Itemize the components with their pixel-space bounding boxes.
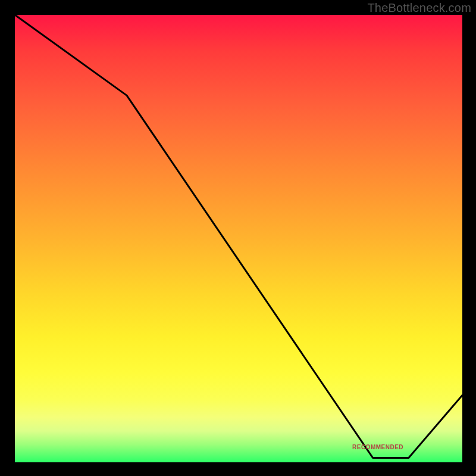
recommended-annotation: RECOMMENDED: [352, 444, 403, 450]
bottleneck-curve: [15, 15, 462, 462]
attribution-text: TheBottleneck.com: [367, 1, 471, 15]
curve-path: [15, 15, 462, 458]
chart-frame: TheBottleneck.com RECOMMENDED: [0, 0, 476, 476]
plot-area: RECOMMENDED: [15, 15, 462, 462]
